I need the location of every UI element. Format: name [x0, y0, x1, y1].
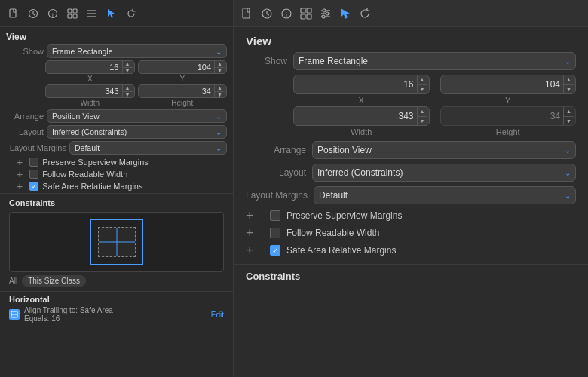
right-grid-icon[interactable]: [300, 8, 312, 20]
left-preserve-checkbox[interactable]: [29, 158, 38, 167]
left-show-arrow: ⌄: [216, 48, 222, 56]
left-y-up[interactable]: ▲: [215, 61, 225, 68]
right-follow-plus[interactable]: +: [246, 226, 261, 240]
right-pointer-icon[interactable]: [339, 8, 351, 20]
left-width-stepper[interactable]: ▲ ▼: [122, 85, 133, 97]
right-y-down[interactable]: ▼: [564, 85, 574, 94]
right-constraints-section: Constraints: [234, 264, 588, 288]
right-width-stepper[interactable]: ▲ ▼: [417, 107, 427, 125]
left-y-field: 104 ▲ ▼ Y: [138, 60, 228, 83]
left-height-up[interactable]: ▲: [215, 85, 225, 92]
info-icon[interactable]: i: [47, 8, 59, 20]
right-refresh-icon[interactable]: [359, 8, 371, 20]
left-width-wrap: 343 ▲ ▼: [45, 84, 135, 98]
left-constraints-box: [9, 212, 224, 272]
right-x-stepper[interactable]: ▲ ▼: [417, 75, 427, 93]
right-x-up[interactable]: ▲: [418, 75, 427, 85]
left-show-dropdown[interactable]: Frame Rectangle ⌄: [47, 44, 227, 58]
right-width-label: Width: [351, 127, 372, 136]
left-preserve-plus[interactable]: +: [17, 157, 23, 167]
right-width-up[interactable]: ▲: [418, 107, 427, 117]
right-margins-dropdown[interactable]: Default ⌄: [314, 186, 576, 204]
right-preserve-plus[interactable]: +: [246, 209, 261, 222]
left-safe-plus[interactable]: +: [17, 181, 23, 192]
left-c-inner: [98, 227, 136, 257]
left-checkboxes: + Preserve Superview Margins + Follow Re…: [0, 157, 233, 193]
right-y-stepper[interactable]: ▲ ▼: [563, 75, 574, 93]
right-y-input[interactable]: 104: [441, 79, 564, 90]
list-icon[interactable]: [86, 8, 98, 20]
right-checkboxes: + Preserve Superview Margins + Follow Re…: [246, 209, 576, 257]
left-x-down[interactable]: ▼: [123, 68, 133, 74]
left-x-label: X: [87, 75, 93, 83]
right-y-label: Y: [505, 96, 510, 105]
right-toolbar: i: [234, 0, 588, 27]
right-follow-label: Follow Readable Width: [286, 228, 379, 238]
svg-rect-7: [73, 14, 77, 18]
right-width-input[interactable]: 343: [294, 111, 417, 121]
grid-icon[interactable]: [66, 8, 78, 20]
left-width-input[interactable]: 343: [46, 87, 122, 96]
left-x-stepper[interactable]: ▲ ▼: [122, 61, 133, 73]
right-info-icon[interactable]: i: [280, 8, 292, 20]
left-margins-arrow: ⌄: [216, 144, 222, 152]
svg-rect-19: [307, 8, 311, 13]
pointer-icon[interactable]: [106, 8, 118, 20]
svg-point-26: [326, 12, 329, 15]
left-width-up[interactable]: ▲: [123, 85, 133, 92]
svg-text:i: i: [52, 11, 54, 18]
right-show-dropdown[interactable]: Frame Rectangle ⌄: [293, 52, 576, 70]
right-layout-dropdown[interactable]: Inferred (Constraints) ⌄: [312, 164, 576, 182]
right-safe-checkbox[interactable]: [270, 245, 280, 256]
right-x-input[interactable]: 16: [294, 79, 417, 90]
file-icon[interactable]: [8, 8, 20, 20]
left-tab-size-class[interactable]: This Size Class: [22, 275, 86, 287]
right-x-field: 16 ▲ ▼ X: [293, 75, 430, 105]
right-x-down[interactable]: ▼: [418, 85, 427, 94]
right-layout-arrow: ⌄: [565, 169, 571, 177]
left-y-stepper[interactable]: ▲ ▼: [214, 61, 225, 73]
right-clock-icon[interactable]: [261, 8, 273, 20]
right-height-input[interactable]: 34: [441, 111, 564, 121]
refresh-icon[interactable]: [125, 8, 137, 20]
left-margins-label: Layout Margins: [6, 143, 66, 152]
right-safe-row: + Safe Area Relative Margins: [246, 244, 576, 257]
left-follow-checkbox[interactable]: [29, 170, 38, 179]
right-height-down[interactable]: ▼: [564, 117, 574, 126]
left-c-line-v: [116, 228, 117, 256]
left-tab-all[interactable]: All: [9, 277, 17, 285]
left-x-input[interactable]: 16: [46, 63, 122, 72]
left-edit-button[interactable]: Edit: [211, 311, 224, 319]
right-safe-plus[interactable]: +: [246, 244, 261, 257]
left-preserve-row: + Preserve Superview Margins: [6, 157, 227, 167]
right-height-stepper[interactable]: ▲ ▼: [563, 107, 574, 125]
right-height-up[interactable]: ▲: [564, 107, 574, 117]
right-y-up[interactable]: ▲: [564, 75, 574, 85]
left-margins-dropdown[interactable]: Default ⌄: [69, 141, 227, 155]
right-arrange-dropdown[interactable]: Position View ⌄: [312, 141, 576, 159]
right-sliders-icon[interactable]: [320, 8, 332, 20]
left-panel: i: [0, 0, 234, 377]
right-preserve-checkbox[interactable]: [270, 210, 280, 221]
left-width-down[interactable]: ▼: [123, 92, 133, 98]
left-arrange-dropdown[interactable]: Position View ⌄: [47, 109, 227, 123]
right-file-icon[interactable]: [241, 8, 253, 20]
clock-icon[interactable]: [27, 8, 39, 20]
left-y-input[interactable]: 104: [139, 63, 215, 72]
left-safe-checkbox[interactable]: [29, 182, 38, 191]
left-y-down[interactable]: ▼: [215, 68, 225, 74]
right-panel: i: [234, 0, 588, 377]
right-width-down[interactable]: ▼: [418, 117, 427, 126]
left-height-down[interactable]: ▼: [215, 92, 225, 98]
left-width-field: 343 ▲ ▼ Width: [45, 84, 135, 107]
left-layout-dropdown[interactable]: Inferred (Constraints) ⌄: [47, 125, 227, 139]
right-margins-arrow: ⌄: [565, 192, 571, 200]
left-x-up[interactable]: ▲: [123, 61, 133, 68]
right-show-value: Frame Rectangle: [299, 56, 368, 66]
right-follow-checkbox[interactable]: [270, 228, 280, 238]
left-height-stepper[interactable]: ▲ ▼: [214, 85, 225, 97]
svg-rect-6: [68, 14, 72, 18]
left-follow-plus[interactable]: +: [17, 169, 23, 179]
left-height-input[interactable]: 34: [139, 87, 215, 96]
left-y-wrap: 104 ▲ ▼: [138, 60, 228, 74]
